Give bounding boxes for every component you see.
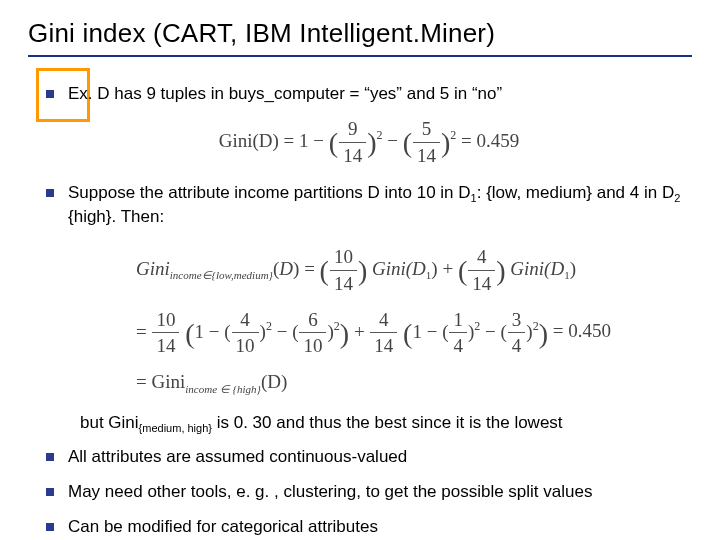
equation-expanded: = 1014 (1 − (410)2 − (610)2) + 414 (1 − …: [136, 307, 548, 359]
bullet-suppose: Suppose the attribute income partitions …: [46, 182, 692, 229]
line-but-gini: but Gini{medium, high} is 0. 30 and thus…: [80, 412, 692, 436]
bullet-icon: [46, 453, 54, 461]
equation-result-value: = 0.450: [553, 318, 611, 344]
slide: Gini index (CART, IBM Intelligent.Miner)…: [0, 0, 720, 540]
bullet-text: May need other tools, e. g. , clustering…: [68, 482, 592, 501]
bullet-text: Suppose the attribute income partitions …: [68, 183, 680, 226]
content-area: Ex. D has 9 tuples in buys_computer = “y…: [46, 83, 692, 539]
bullet-icon: [46, 189, 54, 197]
bullet-icon: [46, 523, 54, 531]
bullet-clustering: May need other tools, e. g. , clustering…: [46, 481, 692, 504]
bullet-text: Ex. D has 9 tuples in buys_computer = “y…: [68, 84, 502, 103]
bullet-text: All attributes are assumed continuous-va…: [68, 447, 407, 466]
bullet-categorical: Can be modified for categorical attribut…: [46, 516, 692, 539]
equation-result-equality: = Giniincome ∈ {high}(D): [136, 369, 287, 397]
bullet-continuous: All attributes are assumed continuous-va…: [46, 446, 692, 469]
equation-block: Giniincome∈{low,medium}(D) = (1014) Gini…: [136, 239, 692, 401]
bullet-example: Ex. D has 9 tuples in buys_computer = “y…: [46, 83, 692, 106]
slide-title: Gini index (CART, IBM Intelligent.Miner): [28, 18, 692, 57]
equation-gini-d: Gini(D) = 1 − (914)2 − (514)2 = 0.459: [46, 116, 692, 168]
bullet-icon: [46, 488, 54, 496]
equation-split: Giniincome∈{low,medium}(D) = (1014) Gini…: [136, 244, 576, 296]
bullet-icon: [46, 90, 54, 98]
bullet-text: Can be modified for categorical attribut…: [68, 517, 378, 536]
footer-bullets: All attributes are assumed continuous-va…: [46, 446, 692, 539]
